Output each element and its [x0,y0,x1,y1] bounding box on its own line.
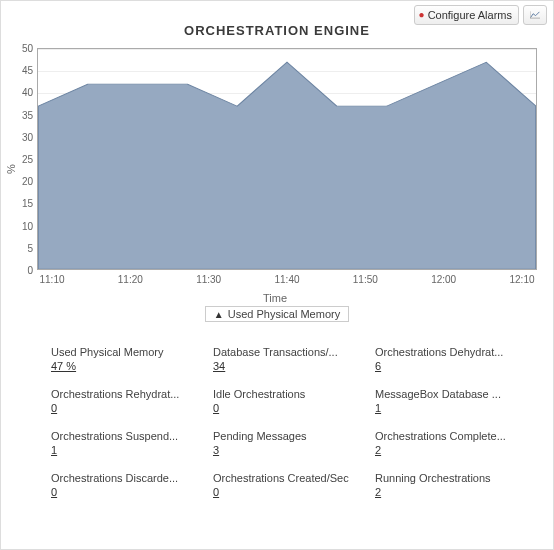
plot-region[interactable] [37,48,537,270]
metric-item[interactable]: Used Physical Memory47 % [51,346,195,372]
metric-item[interactable]: MessageBox Database ...1 [375,388,519,414]
metric-item[interactable]: Orchestrations Complete...2 [375,430,519,456]
orchestration-engine-panel: ● Configure Alarms ORCHESTRATION ENGINE … [0,0,554,550]
metric-value: 3 [213,444,357,456]
panel-title: ORCHESTRATION ENGINE [1,23,553,38]
y-tick-label: 40 [9,87,33,98]
x-tick-label: 12:10 [509,274,534,285]
y-tick-label: 50 [9,43,33,54]
x-tick-label: 11:40 [274,274,299,285]
metric-label: Orchestrations Created/Sec [213,472,357,484]
chart-view-button[interactable] [523,5,547,25]
metrics-grid: Used Physical Memory47 %Database Transac… [1,322,553,512]
metric-label: Database Transactions/... [213,346,357,358]
y-tick-label: 30 [9,131,33,142]
metric-item[interactable]: Orchestrations Discarde...0 [51,472,195,498]
y-tick-label: 0 [9,265,33,276]
x-tick-label: 11:30 [196,274,221,285]
x-tick-label: 12:00 [431,274,456,285]
area-series [38,49,536,269]
y-tick-label: 15 [9,198,33,209]
panel-toolbar: ● Configure Alarms [414,5,547,25]
metric-label: Orchestrations Suspend... [51,430,195,442]
metric-label: Used Physical Memory [51,346,195,358]
metric-label: Running Orchestrations [375,472,519,484]
metric-item[interactable]: Pending Messages3 [213,430,357,456]
y-tick-label: 5 [9,242,33,253]
metric-item[interactable]: Orchestrations Suspend...1 [51,430,195,456]
metric-label: Orchestrations Complete... [375,430,519,442]
metric-value: 2 [375,486,519,498]
configure-alarms-label: Configure Alarms [428,9,512,21]
y-tick-label: 25 [9,154,33,165]
metric-label: Orchestrations Dehydrat... [375,346,519,358]
chart-icon [530,9,540,21]
metric-label: Orchestrations Rehydrat... [51,388,195,400]
x-tick-label: 11:20 [118,274,143,285]
y-tick-label: 20 [9,176,33,187]
configure-alarms-button[interactable]: ● Configure Alarms [414,5,519,25]
x-tick-label: 11:50 [353,274,378,285]
metric-label: Orchestrations Discarde... [51,472,195,484]
metric-value: 0 [51,486,195,498]
metric-item[interactable]: Orchestrations Dehydrat...6 [375,346,519,372]
metric-value: 34 [213,360,357,372]
metric-value: 0 [213,486,357,498]
legend-label: Used Physical Memory [228,308,340,320]
metric-item[interactable]: Running Orchestrations2 [375,472,519,498]
metric-value: 0 [51,402,195,414]
x-axis-label: Time [263,292,287,304]
legend-container: ▲ Used Physical Memory [1,306,553,322]
y-tick-label: 35 [9,109,33,120]
metric-value: 1 [375,402,519,414]
metric-item[interactable]: Idle Orchestrations0 [213,388,357,414]
x-axis: 11:1011:2011:3011:4011:5012:0012:10 [37,274,537,288]
metric-value: 6 [375,360,519,372]
legend-marker-icon: ▲ [214,309,224,320]
chart-area: % 11:1011:2011:3011:4011:5012:0012:10 Ti… [9,44,541,304]
metric-label: Idle Orchestrations [213,388,357,400]
alarm-icon: ● [419,10,425,20]
metric-value: 47 % [51,360,195,372]
metric-item[interactable]: Orchestrations Created/Sec0 [213,472,357,498]
metric-item[interactable]: Database Transactions/...34 [213,346,357,372]
metric-item[interactable]: Orchestrations Rehydrat...0 [51,388,195,414]
y-tick-label: 10 [9,220,33,231]
y-tick-label: 45 [9,65,33,76]
metric-value: 1 [51,444,195,456]
metric-label: MessageBox Database ... [375,388,519,400]
y-axis-label: % [5,164,17,174]
x-tick-label: 11:10 [39,274,64,285]
legend-item[interactable]: ▲ Used Physical Memory [205,306,349,322]
svg-marker-2 [38,62,536,269]
metric-value: 2 [375,444,519,456]
metric-label: Pending Messages [213,430,357,442]
metric-value: 0 [213,402,357,414]
